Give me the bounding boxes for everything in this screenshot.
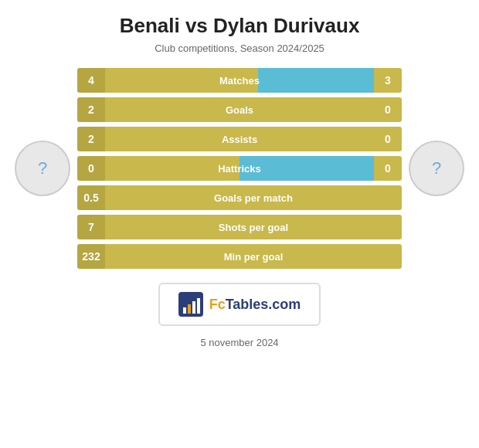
stat-row-4: 0.5Goals per match (77, 185, 402, 210)
stat-label-4: Goals per match (214, 192, 293, 204)
stat-row-2: 2Assists0 (77, 127, 402, 151)
stat-bar-0: Matches (105, 68, 374, 93)
stat-label-2: Assists (222, 134, 257, 145)
footer-date: 5 november 2024 (200, 337, 278, 348)
stat-left-val-2: 2 (77, 127, 105, 151)
svg-rect-2 (188, 304, 191, 314)
stat-row-1: 2Goals0 (77, 97, 402, 122)
stat-label-0: Matches (219, 75, 260, 87)
fctables-logo-icon (178, 292, 203, 317)
stat-left-val-6: 232 (77, 244, 105, 269)
stat-left-val-1: 2 (77, 97, 105, 122)
avatar-left: ? (15, 141, 70, 196)
stat-right-val-3: 0 (374, 156, 402, 181)
stat-right-val-1: 0 (374, 97, 402, 122)
stat-label-5: Shots per goal (219, 222, 288, 233)
stats-container: 4Matches32Goals02Assists00Hattricks00.5G… (77, 68, 402, 269)
stat-bar-1: Goals (105, 97, 374, 122)
svg-rect-1 (183, 307, 186, 314)
logo-area: FcTables.com (158, 283, 321, 326)
stat-label-3: Hattricks (218, 163, 261, 175)
player-right-avatar: ? (402, 141, 471, 196)
stat-right-val-2: 0 (374, 127, 402, 151)
stat-bar-3: Hattricks (105, 156, 374, 181)
stat-label-6: Min per goal (224, 251, 284, 263)
stat-left-val-0: 4 (77, 68, 105, 93)
stat-bar-2: Assists (105, 127, 374, 151)
stat-row-3: 0Hattricks0 (77, 156, 402, 181)
player-left-avatar: ? (8, 141, 77, 196)
stat-row-6: 232Min per goal (77, 244, 402, 269)
stat-right-val-0: 3 (374, 68, 402, 93)
page-title: Benali vs Dylan Durivaux (120, 14, 360, 38)
stat-left-val-3: 0 (77, 156, 105, 181)
stat-bar-5: Shots per goal (105, 215, 402, 239)
logo-text: FcTables.com (209, 297, 301, 313)
stat-row-5: 7Shots per goal (77, 215, 402, 239)
stat-left-val-5: 7 (77, 215, 105, 239)
stat-label-1: Goals (226, 104, 253, 116)
stat-bar-6: Min per goal (105, 244, 402, 269)
avatar-right: ? (409, 141, 464, 196)
svg-rect-3 (192, 301, 195, 314)
page-subtitle: Club competitions, Season 2024/2025 (155, 42, 324, 54)
stat-left-val-4: 0.5 (77, 185, 105, 210)
stat-row-0: 4Matches3 (77, 68, 402, 93)
stat-bar-4: Goals per match (105, 185, 402, 210)
svg-rect-4 (197, 298, 200, 314)
